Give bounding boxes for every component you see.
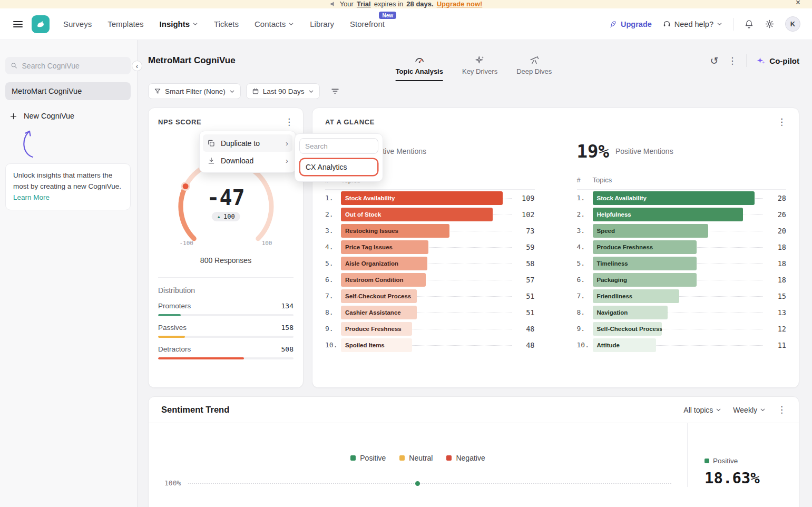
header-kebab-menu-icon[interactable]: ⋮: [728, 56, 737, 65]
trend-kebab-menu-icon[interactable]: ⋮: [777, 405, 786, 414]
learn-more-link[interactable]: Learn More: [13, 193, 50, 201]
topic-bar[interactable]: Spoiled Items: [341, 338, 412, 352]
search-input[interactable]: [22, 62, 125, 70]
copilot-button[interactable]: Co-pilot: [756, 56, 799, 65]
topic-bar[interactable]: Self-Checkout Process: [593, 322, 662, 336]
topic-bar[interactable]: Produce Freshness: [341, 322, 412, 336]
data-point[interactable]: [415, 481, 420, 486]
row-index: 10.: [325, 341, 341, 349]
sentiment-trend-card: Sentiment Trend All topics Weekly ⋮: [148, 396, 799, 507]
nav-item-surveys[interactable]: Surveys: [63, 19, 92, 28]
topic-bar[interactable]: Cashier Assistance: [341, 306, 417, 319]
legend-positive: Positive: [350, 454, 386, 462]
dist-value: 158: [281, 324, 294, 331]
nav-item-tickets[interactable]: Tickets: [214, 19, 239, 28]
nps-score-value: -47: [163, 186, 289, 210]
topic-bar[interactable]: Out of Stock: [341, 208, 493, 221]
banner-upgrade-link[interactable]: Upgrade now!: [437, 0, 483, 8]
banner-close-icon[interactable]: ×: [796, 0, 800, 7]
topic-count: 26: [763, 210, 786, 219]
sidebar: ‹ MetroMart CogniVue New CogniVue Unlock…: [0, 40, 138, 507]
all-topics-dropdown[interactable]: All topics: [683, 406, 721, 414]
topic-label: Stock Availability: [597, 195, 647, 201]
funnel-filter-icon[interactable]: [330, 86, 340, 96]
app-logo[interactable]: [32, 15, 50, 33]
topic-bar[interactable]: Speed: [593, 224, 709, 238]
row-index: 6.: [325, 276, 341, 284]
promo-text: Unlock insights that matters the most by…: [13, 171, 121, 190]
topic-bar[interactable]: Self-Checkout Process: [341, 289, 417, 303]
menu-item-duplicate-to[interactable]: Duplicate to ›: [203, 134, 292, 152]
refresh-icon[interactable]: ↺: [710, 55, 718, 67]
settings-gear-icon[interactable]: [765, 19, 775, 29]
hamburger-menu-icon[interactable]: [12, 18, 24, 31]
glance-kebab-menu-icon[interactable]: ⋮: [777, 118, 786, 126]
topic-bar[interactable]: Helpfulness: [593, 208, 743, 221]
topic-label: Helpfulness: [597, 211, 631, 218]
topic-label: Out of Stock: [345, 211, 381, 218]
nps-kebab-menu-icon[interactable]: ⋮: [285, 118, 294, 126]
topic-bar[interactable]: Stock Availability: [593, 191, 755, 205]
topic-bar[interactable]: Aisle Organization: [341, 257, 427, 270]
submenu-search-input[interactable]: [299, 138, 378, 154]
nav-item-contacts[interactable]: Contacts: [255, 19, 294, 28]
topic-count: 51: [512, 292, 535, 300]
dist-value: 508: [281, 345, 294, 353]
bar-zone: Navigation: [593, 306, 764, 319]
need-help-button[interactable]: Need help?: [662, 19, 722, 28]
topic-count: 57: [512, 276, 535, 284]
topic-count: 102: [512, 210, 535, 219]
upgrade-button[interactable]: Upgrade: [609, 20, 652, 28]
topic-bar[interactable]: Restocking Issues: [341, 224, 449, 238]
bar-zone: Produce Freshness: [341, 322, 512, 336]
nav-item-storefront[interactable]: StorefrontNew: [350, 19, 385, 28]
sidebar-collapse-button[interactable]: ‹: [132, 61, 142, 71]
topic-bar[interactable]: Produce Freshness: [593, 240, 697, 254]
legend-swatch: [399, 455, 405, 461]
sentiment-trend-title: Sentiment Trend: [161, 405, 229, 415]
bar-zone: Price Tag Issues: [341, 240, 512, 254]
dist-track: [158, 357, 294, 359]
topic-bar[interactable]: Attitude: [593, 338, 657, 352]
glance-card-title: AT A GLANCE: [325, 118, 375, 126]
topic-bar[interactable]: Timeliness: [593, 257, 697, 270]
topic-count: 59: [512, 243, 535, 251]
tab-topic-analysis[interactable]: Topic Analysis: [396, 54, 443, 81]
plus-icon: [9, 112, 17, 120]
topic-bar[interactable]: Friendliness: [593, 289, 680, 303]
topic-bar[interactable]: Stock Availability: [341, 191, 503, 205]
date-range-dropdown[interactable]: Last 90 Days: [246, 83, 320, 99]
row-index: 1.: [577, 194, 593, 202]
nav-item-insights[interactable]: Insights: [160, 19, 199, 28]
new-cognivue-button[interactable]: New CogniVue: [9, 112, 131, 120]
nav-item-templates[interactable]: Templates: [107, 19, 143, 28]
avatar[interactable]: K: [785, 16, 800, 32]
smart-filter-dropdown[interactable]: Smart Filter (None): [148, 83, 241, 99]
tab-key-drivers[interactable]: Key Drivers: [462, 54, 497, 81]
nav-item-library[interactable]: Library: [310, 19, 334, 28]
submenu-item-cx-analytics[interactable]: CX Analytics: [300, 159, 377, 175]
tab-deep-dives[interactable]: Deep Dives: [516, 54, 552, 81]
bar-zone: Out of Stock: [341, 208, 512, 221]
topic-count: 18: [763, 243, 786, 251]
table-row: 7. Friendliness 15: [577, 288, 787, 304]
legend-swatch: [350, 455, 356, 461]
topic-bar[interactable]: Navigation: [593, 306, 668, 319]
legend-swatch: [446, 455, 452, 461]
topic-bar[interactable]: Packaging: [593, 273, 697, 287]
bar-zone: Friendliness: [593, 289, 764, 303]
topic-bar[interactable]: Restroom Condition: [341, 273, 426, 287]
topic-bar[interactable]: Price Tag Issues: [341, 240, 428, 254]
main-nav-links: Surveys Templates Insights Tickets Conta…: [63, 19, 385, 28]
menu-item-download[interactable]: Download ›: [203, 152, 292, 169]
topic-count: 15: [763, 292, 786, 300]
gridline: [188, 483, 671, 484]
weekly-dropdown[interactable]: Weekly: [733, 406, 766, 414]
topic-label: Navigation: [597, 309, 628, 316]
telescope-icon: [529, 54, 540, 65]
at-a-glance-card: AT A GLANCE ⋮ Negative Mentions # Topics: [312, 108, 799, 388]
sidebar-item-metromart[interactable]: MetroMart CogniVue: [5, 82, 131, 100]
notifications-bell-icon[interactable]: [744, 19, 754, 29]
table-row: 2. Out of Stock 102: [325, 206, 535, 222]
dist-track: [158, 336, 294, 338]
